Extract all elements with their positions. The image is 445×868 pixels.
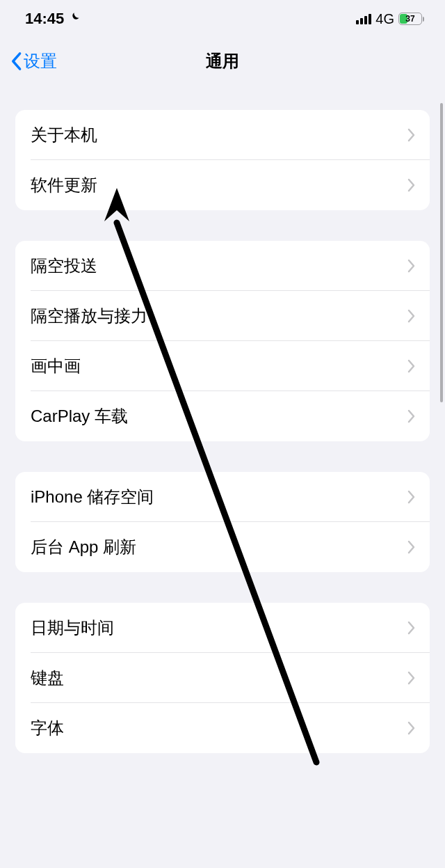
chevron-right-icon: [407, 490, 416, 504]
row-label: 字体: [31, 717, 64, 739]
chevron-right-icon: [407, 359, 416, 373]
row-label: 隔空投送: [31, 255, 97, 277]
battery-icon: 37: [398, 13, 424, 25]
row-background-refresh[interactable]: 后台 App 刷新: [15, 522, 430, 572]
chevron-right-icon: [407, 128, 416, 142]
network-type: 4G: [375, 11, 394, 27]
section-about: 关于本机 软件更新: [15, 110, 430, 210]
row-airdrop[interactable]: 隔空投送: [15, 241, 430, 291]
section-airdrop: 隔空投送 隔空播放与接力 画中画 CarPlay 车载: [15, 241, 430, 441]
row-keyboard[interactable]: 键盘: [15, 653, 430, 703]
moon-icon: [68, 11, 81, 26]
status-left: 14:45: [25, 10, 81, 28]
page-title: 通用: [206, 50, 239, 72]
back-label: 设置: [24, 50, 57, 72]
section-storage: iPhone 储存空间 后台 App 刷新: [15, 472, 430, 572]
row-software-update[interactable]: 软件更新: [15, 160, 430, 210]
status-time: 14:45: [25, 10, 64, 28]
row-about[interactable]: 关于本机: [15, 110, 430, 160]
nav-header: 设置 通用: [0, 35, 445, 85]
chevron-right-icon: [407, 721, 416, 735]
signal-icon: [356, 13, 371, 24]
scrollbar[interactable]: [440, 103, 443, 402]
battery-percent: 37: [399, 15, 421, 23]
chevron-right-icon: [407, 259, 416, 273]
chevron-right-icon: [407, 309, 416, 323]
chevron-right-icon: [407, 409, 416, 423]
row-airplay-handoff[interactable]: 隔空播放与接力: [15, 291, 430, 341]
content: 关于本机 软件更新 隔空投送 隔空播放与接力 画中画: [0, 85, 445, 753]
row-label: iPhone 储存空间: [31, 486, 154, 508]
row-carplay[interactable]: CarPlay 车载: [15, 391, 430, 441]
row-font[interactable]: 字体: [15, 703, 430, 753]
row-label: 日期与时间: [31, 617, 114, 639]
row-label: 键盘: [31, 667, 64, 689]
row-label: 隔空播放与接力: [31, 305, 147, 327]
row-label: CarPlay 车载: [31, 405, 128, 427]
status-right: 4G 37: [356, 11, 424, 27]
chevron-right-icon: [407, 671, 416, 685]
row-label: 关于本机: [31, 124, 97, 146]
row-iphone-storage[interactable]: iPhone 储存空间: [15, 472, 430, 522]
row-date-time[interactable]: 日期与时间: [15, 603, 430, 653]
row-label: 软件更新: [31, 174, 97, 196]
chevron-right-icon: [407, 621, 416, 635]
chevron-right-icon: [407, 540, 416, 554]
back-button[interactable]: 设置: [10, 50, 57, 72]
row-label: 画中画: [31, 355, 81, 377]
chevron-right-icon: [407, 178, 416, 192]
chevron-left-icon: [10, 52, 22, 71]
row-pip[interactable]: 画中画: [15, 341, 430, 391]
section-datetime: 日期与时间 键盘 字体: [15, 603, 430, 753]
row-label: 后台 App 刷新: [31, 536, 136, 558]
status-bar: 14:45 4G 37: [0, 0, 445, 35]
